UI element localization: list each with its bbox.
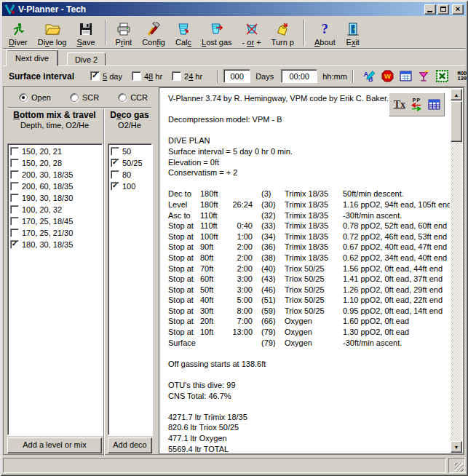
diver-button[interactable]: Diver	[4, 18, 33, 47]
row-time: 7:00	[227, 316, 253, 327]
cocktail-button[interactable]	[417, 69, 432, 84]
minimize-button[interactable]	[424, 4, 436, 15]
row-action: Stop at	[168, 221, 200, 231]
deco-label: 100	[122, 182, 135, 191]
mix-list-item[interactable]: 150, 20, 21	[9, 146, 101, 157]
mode-radio-option[interactable]: Open	[19, 93, 51, 102]
ab-edit-icon: AB	[363, 70, 376, 82]
print-button[interactable]: Print	[111, 18, 138, 47]
edit-names-button[interactable]: AB	[362, 69, 377, 84]
deco-list-item[interactable]: 100	[109, 181, 151, 192]
days-input[interactable]	[223, 69, 250, 83]
mix-list-item[interactable]: 170, 25, 21/30	[9, 227, 101, 239]
mix-checkbox[interactable]	[10, 194, 19, 202]
row-action: Stop at	[168, 306, 200, 317]
mod-130-button[interactable]: MOD 130	[453, 69, 468, 84]
mix-label: 170, 25, 21/30	[22, 229, 73, 237]
deco-checkbox[interactable]	[111, 159, 119, 167]
mix-checkbox[interactable]	[10, 182, 19, 191]
text-view-button[interactable]: Tx	[391, 95, 408, 114]
deco-list-item[interactable]: 80	[109, 169, 151, 181]
row-runtime: (3)	[253, 189, 285, 199]
mix-list-item[interactable]: 200, 60, 18/35	[9, 181, 101, 192]
title-bar[interactable]: V-Planner - Tech ×	[2, 2, 466, 16]
radio-circle[interactable]	[70, 93, 79, 102]
checkbox-box[interactable]	[172, 71, 181, 81]
deco-checkbox[interactable]	[111, 182, 119, 191]
mix-label: 200, 30, 18/35	[22, 170, 73, 179]
pp-swap-button[interactable]: PP	[408, 95, 425, 114]
row-action: Stop at	[168, 295, 200, 306]
tab-dive-2[interactable]: Dive 2	[67, 52, 106, 66]
row-action: Stop at	[168, 274, 200, 285]
config-button[interactable]: Config	[137, 18, 170, 47]
mix-list-item[interactable]: 150, 20, 28	[9, 157, 101, 169]
row-depth: 180ft	[200, 189, 227, 199]
mix-checkbox[interactable]	[10, 205, 19, 214]
turn-p-button[interactable]: Turn p	[266, 18, 299, 47]
scroll-down-button[interactable]: ▼	[451, 441, 462, 453]
scroll-up-button[interactable]: ▲	[451, 89, 462, 100]
bottom-mix-subtitle: Depth, time, O2/He	[4, 121, 105, 130]
warning-w-button[interactable]: W	[381, 69, 395, 84]
mix-checkbox[interactable]	[10, 159, 19, 167]
mix-checkbox[interactable]	[10, 147, 19, 156]
scrollbar-thumb[interactable]	[451, 101, 462, 142]
mix-list-item[interactable]: 200, 30, 18/35	[9, 169, 101, 181]
dive-table-button[interactable]	[399, 69, 413, 84]
resize-grip[interactable]	[448, 458, 465, 473]
dive-log-button[interactable]: Dive log	[33, 18, 72, 47]
calc-button[interactable]: Calc	[170, 18, 197, 47]
exit-button[interactable]: Exit	[341, 18, 365, 47]
mix-checkbox[interactable]	[10, 170, 19, 179]
deco-list-item[interactable]: 50/25	[109, 157, 151, 169]
mix-list-item[interactable]: 100, 20, 32	[9, 204, 101, 215]
checkbox-box[interactable]	[132, 71, 141, 81]
close-button[interactable]: ×	[452, 4, 464, 15]
mode-radio-option[interactable]: SCR	[70, 93, 99, 102]
surface-row-separator	[352, 70, 354, 83]
mix-checkbox[interactable]	[10, 240, 19, 249]
table-view-button[interactable]	[426, 95, 443, 114]
bottom-mix-list[interactable]: 150, 20, 21 150, 20, 28 200, 30, 18/35 2…	[7, 143, 103, 435]
row-runtime: (40)	[253, 263, 285, 274]
radio-circle[interactable]	[19, 93, 28, 102]
or-plus-minus-button[interactable]: - or +	[237, 18, 266, 47]
excel-export-button[interactable]	[435, 69, 450, 84]
surface-interval-checkbox[interactable]: 48 hr	[132, 71, 162, 81]
plan-text-area[interactable]: V-Planner 3.74 by R. Hemingway, VPM code…	[159, 87, 464, 454]
deco-list-item[interactable]: 50	[109, 146, 151, 157]
radio-circle[interactable]	[118, 93, 127, 102]
mode-radio-option[interactable]: CCR	[118, 93, 148, 102]
mix-checkbox[interactable]	[10, 217, 19, 226]
mix-checkbox[interactable]	[10, 229, 19, 237]
save-button[interactable]: Save	[71, 18, 100, 47]
mix-list-item[interactable]: 180, 30, 18/35	[9, 239, 101, 250]
row-detail: 0.72 ppO2, 46ft ead, 53ft end	[343, 231, 450, 242]
mix-list-item[interactable]: 170, 25, 18/45	[9, 215, 101, 227]
plan-scrollbar[interactable]: ▲ ▼	[451, 89, 462, 453]
mix-list-item[interactable]: 190, 30, 18/30	[9, 192, 101, 204]
tab-next-dive[interactable]: Next dive	[6, 49, 58, 66]
row-time: 13:00	[227, 327, 253, 338]
surface-interval-checkbox[interactable]: 24 hr	[172, 71, 202, 81]
row-depth: 80ft	[200, 253, 227, 263]
deco-checkbox[interactable]	[111, 170, 119, 179]
row-depth	[200, 338, 227, 349]
maximize-button[interactable]	[437, 4, 449, 15]
deco-checkbox[interactable]	[111, 147, 119, 156]
lost-gas-button[interactable]: Lost gas	[197, 18, 237, 47]
time-input[interactable]	[281, 69, 317, 83]
add-deco-button[interactable]: Add deco	[108, 437, 152, 453]
checkbox-box[interactable]	[90, 71, 100, 81]
row-detail: -30ft/min ascent.	[343, 210, 450, 221]
deco-gas-list[interactable]: 50 50/25 80 100	[108, 143, 152, 435]
row-runtime: (59)	[253, 306, 285, 317]
row-gas: Triox 50/25	[285, 274, 343, 285]
about-button[interactable]: ? About	[309, 18, 341, 47]
turn-pressure-icon	[275, 21, 290, 37]
tab-next-dive-label: Next dive	[15, 54, 49, 63]
surface-interval-checkbox[interactable]: 5 day	[90, 71, 122, 81]
row-gas: Triox 50/25	[285, 263, 343, 274]
add-level-or-mix-button[interactable]: Add a level or mix	[7, 437, 102, 453]
